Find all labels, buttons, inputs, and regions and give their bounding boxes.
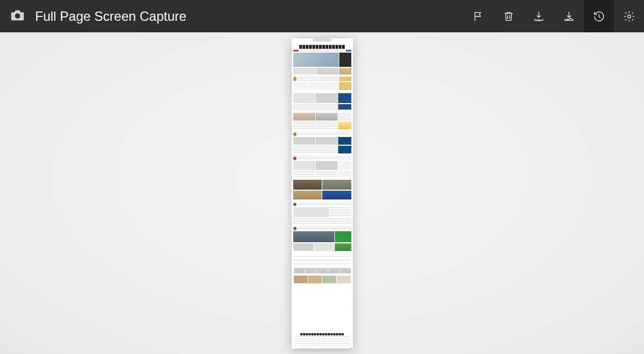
capture-nav	[293, 50, 351, 52]
download-pdf-icon: PDF	[533, 10, 545, 22]
trash-icon	[503, 10, 515, 22]
gear-icon	[623, 10, 635, 22]
capture-stage	[0, 32, 644, 354]
delete-button[interactable]	[493, 0, 523, 32]
toolbar-left: Full Page Screen Capture	[0, 8, 186, 25]
capture-content	[292, 38, 353, 349]
download-pdf-button[interactable]: PDF	[523, 0, 554, 32]
app-title: Full Page Screen Capture	[35, 9, 186, 24]
svg-point-0	[15, 13, 20, 18]
settings-button[interactable]	[614, 0, 644, 32]
svg-point-2	[628, 15, 631, 18]
capture-header-strip	[292, 38, 353, 44]
flag-button[interactable]	[463, 0, 493, 32]
toolbar-right: PDF	[463, 0, 644, 32]
app-toolbar: Full Page Screen Capture PDF	[0, 0, 644, 32]
download-image-icon	[563, 10, 575, 22]
resize-handle-icon	[347, 343, 352, 347]
flag-icon	[472, 10, 485, 22]
svg-text:PDF: PDF	[536, 19, 541, 22]
capture-thumbnail[interactable]	[292, 38, 353, 349]
capture-footer	[292, 332, 353, 349]
camera-icon	[10, 8, 25, 25]
history-button[interactable]	[584, 0, 614, 32]
download-image-button[interactable]	[554, 0, 584, 32]
history-icon	[593, 10, 605, 22]
capture-masthead	[299, 45, 345, 49]
